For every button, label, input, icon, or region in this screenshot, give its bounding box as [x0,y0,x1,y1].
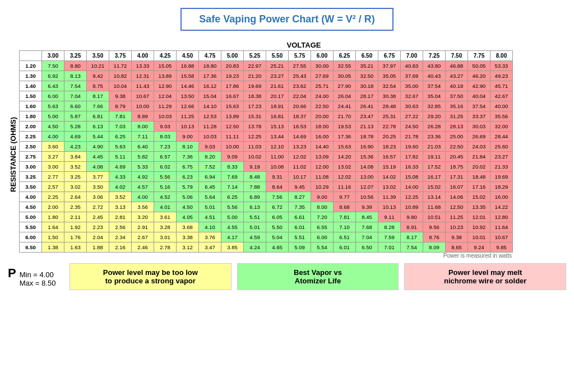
cell: 15.02 [468,192,490,202]
cell: 6.55 [311,222,334,232]
row-header-3.50: 3.50 [20,182,42,192]
cell: 32.85 [423,101,446,111]
cell: 5.82 [132,152,154,162]
cell: 17.82 [401,152,423,162]
cell: 4.45 [87,152,109,162]
cell: 28.17 [356,91,378,101]
cell: 3.52 [109,192,132,202]
cell: 35.16 [446,101,468,111]
cell: 20.25 [378,132,401,142]
cell: 10.51 [423,212,446,222]
cell: 12.04 [154,91,177,101]
cell: 16.17 [423,172,446,182]
cell: 13.23 [289,142,311,152]
cell: 4.52 [154,192,177,202]
cell: 10.92 [468,222,490,232]
cell: 12.01 [468,212,490,222]
cell: 4.92 [132,172,154,182]
cell: 23.27 [490,152,513,162]
cell: 3.20 [132,212,154,222]
cell: 2.78 [154,242,177,253]
col-header-3.75: 3.75 [109,51,132,61]
cell: 5.64 [199,192,221,202]
cell: 7.23 [154,142,177,152]
cell: 13.44 [266,132,289,142]
legend-green-text: Best Vapor vsAtomizer Life [294,268,342,285]
min-label: Min = [20,270,38,279]
max-value: 8.50 [41,279,55,287]
cell: 11.43 [132,81,154,91]
cell: 11.00 [266,152,289,162]
cell: 21.70 [334,111,356,122]
table-row: 6.001.501.762.042.342.673.013.383.764.17… [20,232,513,242]
cell: 13.89 [221,111,244,122]
cell: 37.54 [423,81,446,91]
cell: 6.94 [199,172,221,182]
cell: 8.75 [87,81,109,91]
cell: 24.03 [468,142,490,152]
cell: 26.41 [356,101,378,111]
cell: 12.66 [177,101,199,111]
col-header-4.75: 4.75 [199,51,221,61]
cell: 30.05 [334,71,356,81]
cell: 2.11 [64,212,87,222]
cell: 5.00 [221,212,244,222]
cell: 40.00 [490,101,513,111]
cell: 2.56 [109,222,132,232]
cell: 7.11 [132,132,154,142]
cell: 5.00 [42,111,64,122]
cell: 1.64 [42,222,64,232]
cell: 10.03 [199,132,221,142]
table-row: 3.252.773.253.774.334.925.566.236.947.69… [20,172,513,182]
cell: 3.77 [87,172,109,182]
cell: 12.90 [154,81,177,91]
cell: 8.76 [423,232,446,242]
cell: 42.67 [490,91,513,101]
cell: 35.05 [378,71,401,81]
cell: 19.69 [244,81,266,91]
cell: 12.50 [446,202,468,212]
row-header-6.00: 6.00 [20,232,42,242]
cell: 9.03 [199,142,221,152]
cell: 4.17 [221,232,244,242]
table-row: 1.506.007.048.179.3810.6712.0413.5015.04… [20,91,513,101]
cell: 11.02 [289,162,311,172]
cell: 17.23 [244,101,266,111]
table-row: 5.501.641.922.232.562.913.283.684.104.55… [20,222,513,232]
cell: 10.67 [132,91,154,101]
row-header-6.50: 6.50 [20,242,42,253]
legend-red: Power level may meltnichrome wire or sol… [404,263,566,290]
cell: 6.51 [334,232,356,242]
cell: 7.66 [87,101,109,111]
cell: 7.10 [334,222,356,232]
cell: 27.22 [401,111,423,122]
cell: 24.50 [401,122,423,132]
cell: 9.42 [87,71,109,81]
cell: 6.43 [42,81,64,91]
cell: 16.12 [199,81,221,91]
cell: 2.35 [64,202,87,212]
cell: 8.00 [311,202,334,212]
cell: 13.89 [154,71,177,81]
cell: 3.84 [64,152,87,162]
cell: 28.44 [490,132,513,142]
cell: 15.19 [378,162,401,172]
cell: 20.17 [266,91,289,101]
cell: 21.78 [401,132,423,142]
cell: 8.45 [356,212,378,222]
cell: 7.14 [221,182,244,192]
cell: 9.03 [154,122,177,132]
cell: 9.80 [401,212,423,222]
cell: 4.69 [64,132,87,142]
cell: 23.27 [266,71,289,81]
cell: 1.38 [42,242,64,253]
cell: 18.75 [446,162,468,172]
cell: 4.01 [154,202,177,212]
col-header-8.00: 8.00 [490,51,513,61]
cell: 2.45 [87,212,109,222]
row-header-3.00: 3.00 [20,162,42,172]
cell: 7.68 [356,222,378,232]
cell: 8.64 [266,182,289,192]
cell: 32.54 [378,81,401,91]
cell: 1.50 [42,232,64,242]
